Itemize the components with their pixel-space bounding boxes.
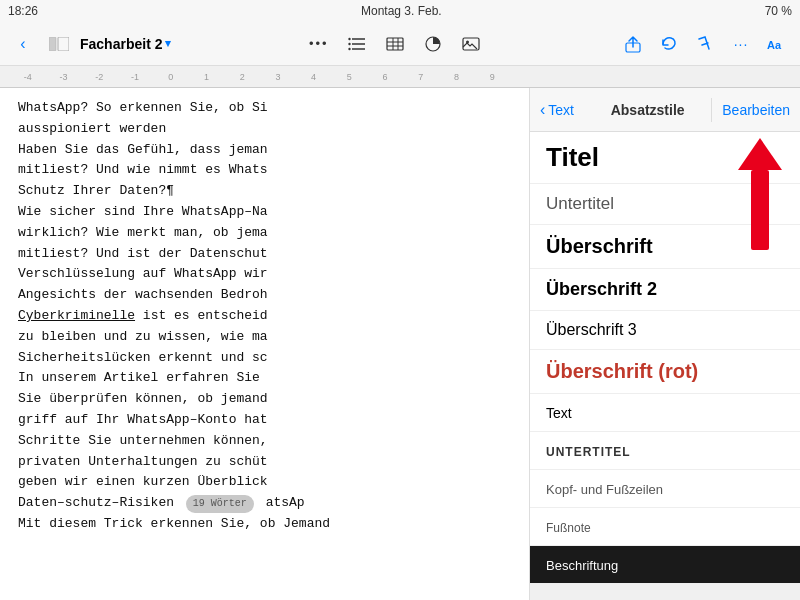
document-title[interactable]: Facharbeit 2 ▾: [80, 36, 171, 52]
svg-rect-8: [387, 38, 403, 50]
arrow-body: [751, 170, 769, 250]
bearbeiten-button[interactable]: Bearbeiten: [712, 102, 800, 118]
chevron-down-icon: ▾: [165, 37, 171, 50]
style-item-fussnote[interactable]: Fußnote: [530, 508, 800, 546]
back-button[interactable]: ‹: [8, 29, 38, 59]
more-button[interactable]: ···: [726, 29, 756, 59]
sidebar: ‹ Text Absatzstile Bearbeiten Titel Unte…: [530, 88, 800, 600]
list-format-button[interactable]: [342, 29, 372, 59]
style-item-beschriftung[interactable]: Beschriftung: [530, 546, 800, 584]
status-bar: 18:26 Montag 3. Feb. 70 %: [0, 0, 800, 22]
svg-rect-0: [49, 37, 56, 51]
svg-point-6: [348, 42, 350, 44]
toolbar: ‹ Facharbeit 2 ▾ •••: [0, 22, 800, 66]
share-button[interactable]: [618, 29, 648, 59]
style-item-untertitel-caps[interactable]: UNTERTITEL: [530, 432, 800, 470]
table-button[interactable]: [380, 29, 410, 59]
toolbar-left: ‹ Facharbeit 2 ▾: [8, 29, 171, 59]
svg-rect-1: [58, 37, 69, 51]
ruler: -4 -3 -2 -1 0 1 2 3 4 5 6 7 8 9: [0, 66, 800, 88]
red-arrow: [738, 138, 782, 250]
more-options-button[interactable]: •••: [304, 29, 334, 59]
image-button[interactable]: [456, 29, 486, 59]
toolbar-center: •••: [177, 29, 612, 59]
word-count-badge: 19 Wörter: [186, 495, 254, 513]
document-area[interactable]: WhatsApp? So erkennen Sie, ob Si ausspio…: [0, 88, 530, 600]
undo-button[interactable]: [654, 29, 684, 59]
sidebar-header: ‹ Text Absatzstile Bearbeiten: [530, 88, 800, 132]
style-item-kopf[interactable]: Kopf- und Fußzeilen: [530, 470, 800, 508]
svg-point-5: [348, 37, 350, 39]
main-content: WhatsApp? So erkennen Sie, ob Si ausspio…: [0, 88, 800, 600]
svg-point-7: [348, 47, 350, 49]
sidebar-toggle-button[interactable]: [44, 29, 74, 59]
tab-absatzstile[interactable]: Absatzstile: [584, 92, 711, 128]
style-item-ueberschrift2[interactable]: Überschrift 2: [530, 269, 800, 311]
sidebar-back-button[interactable]: ‹ Text: [530, 101, 584, 119]
style-item-ueberschrift-rot[interactable]: Überschrift (rot): [530, 350, 800, 394]
style-item-text[interactable]: Text: [530, 394, 800, 432]
style-item-ueberschrift3[interactable]: Überschrift 3: [530, 311, 800, 350]
chart-button[interactable]: [418, 29, 448, 59]
ruler-numbers: -4 -3 -2 -1 0 1 2 3 4 5 6 7 8 9: [10, 72, 510, 82]
format-aa-button[interactable]: Aa: [762, 29, 792, 59]
status-right: 70 %: [765, 4, 792, 18]
format-button[interactable]: [690, 29, 720, 59]
status-date: Montag 3. Feb.: [361, 4, 442, 18]
status-time: 18:26: [8, 4, 38, 18]
svg-text:Aa: Aa: [767, 39, 782, 51]
back-label: Text: [548, 102, 574, 118]
toolbar-right: ··· Aa: [618, 29, 792, 59]
battery-label: 70 %: [765, 4, 792, 18]
arrow-head: [738, 138, 782, 170]
underlined-word: Cyberkriminelle: [18, 308, 135, 323]
document-text: WhatsApp? So erkennen Sie, ob Si ausspio…: [18, 98, 511, 535]
chevron-left-icon: ‹: [540, 101, 545, 119]
